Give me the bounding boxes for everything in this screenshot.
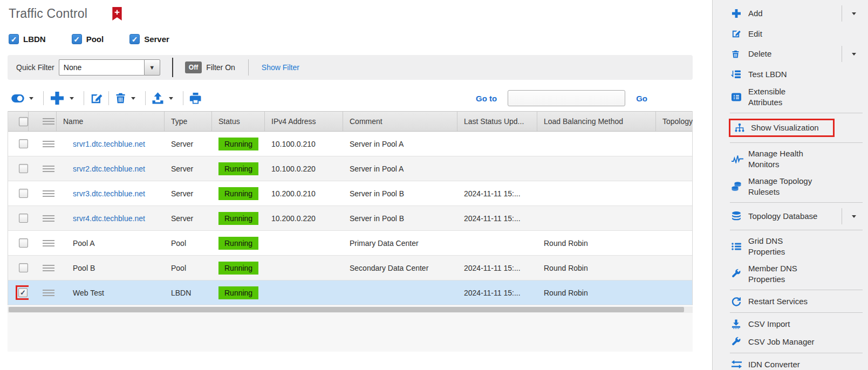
column-header-comment[interactable]: Comment [343,112,457,131]
trash-caret[interactable] [131,97,135,100]
column-header-name[interactable]: Name [57,112,165,131]
goto-group: Go to Go [476,90,693,106]
server-checkbox[interactable]: ✓ [129,34,140,44]
filter-toggle-off-badge[interactable]: Off [185,61,202,73]
drag-handle-icon[interactable] [43,190,57,197]
scrollbar-thumb[interactable] [9,307,684,312]
table-row[interactable]: Pool A Pool Running Primary Data Center … [8,231,692,256]
row-checkbox-cell [8,164,29,173]
toggle-view-caret[interactable] [29,97,33,100]
annotation-red-box: Show Visualization [729,119,835,137]
row-checkbox[interactable] [19,139,28,148]
drag-handle-icon[interactable] [43,265,57,271]
sidebar-item-idn-converter[interactable]: IDN Converter [713,355,868,370]
wrench-icon [731,269,745,279]
row-checkbox[interactable] [19,214,28,223]
row-checkbox-cell [8,238,29,248]
sidebar-item-test-lbdn[interactable]: Test LBDN [713,65,868,83]
column-header-status[interactable]: Status [212,112,265,131]
drag-handle-icon[interactable] [43,141,57,147]
pool-checkbox[interactable]: ✓ [72,34,82,44]
sidebar-item-show-visualization[interactable]: Show Visualization [713,115,868,140]
row-name[interactable]: Pool A [57,239,165,248]
quick-filter-select[interactable]: None ▼ [59,59,160,76]
page-title: Traffic Control [9,6,87,21]
row-name[interactable]: Pool B [57,264,165,272]
horizontal-scrollbar[interactable] [8,306,693,313]
select-all-checkbox[interactable] [19,117,28,126]
drag-handle-icon[interactable] [43,166,57,172]
database-icon [731,211,745,222]
sidebar-item-delete[interactable]: Delete [713,43,868,65]
column-header-ipv4[interactable]: IPv4 Address [265,112,343,131]
sidebar-item-extensible-attributes[interactable]: Extensible Attributes [713,83,868,111]
row-type: Server [165,214,212,223]
add-caret[interactable] [70,97,74,100]
type-filter-server[interactable]: ✓ Server [129,34,169,44]
sidebar-item-csv-job-manager[interactable]: CSV Job Manager [713,333,868,351]
topology-rulesets-icon [731,181,745,192]
topology-database-dropdown[interactable] [842,208,864,224]
type-filter-lbdn[interactable]: ✓ LBDN [9,34,46,44]
column-header-topology[interactable]: Topology [656,112,693,131]
sidebar-item-member-dns-properties[interactable]: Member DNS Properties [713,260,868,287]
drag-handle-icon[interactable] [43,240,57,246]
column-header-type[interactable]: Type [165,112,212,131]
drag-handle-icon[interactable] [43,215,57,222]
row-type: Server [165,140,212,148]
add-dropdown[interactable] [842,5,864,22]
table-row[interactable]: srvr3.dtc.techblue.net Server Running 10… [8,181,692,206]
lbdn-checkbox[interactable]: ✓ [9,34,19,44]
row-checkbox[interactable] [19,164,28,173]
go-button[interactable]: Go [636,94,647,103]
drag-column-header [29,112,57,131]
sidebar-item-label: Test LBDN [748,69,787,80]
edit-icon[interactable] [90,92,103,105]
export-caret[interactable] [169,97,173,100]
table-row-selected[interactable]: ✓ Web Test LBDN Running 2024-11-11 15:..… [8,280,692,305]
table-row[interactable]: srvr2.dtc.techblue.net Server Running 10… [8,156,692,181]
chevron-down-icon[interactable]: ▼ [144,59,160,76]
row-status-cell: Running [212,162,265,175]
row-checkbox[interactable] [19,238,28,248]
print-icon[interactable] [189,92,202,105]
row-checkbox-checked[interactable]: ✓ [18,288,28,297]
sidebar-item-edit[interactable]: Edit [713,25,868,43]
goto-input[interactable] [508,90,625,106]
row-checkbox-cell [8,263,29,272]
status-badge: Running [218,138,258,150]
sidebar-item-csv-import[interactable]: CSV Import [713,315,868,333]
row-checkbox[interactable] [19,189,28,198]
trash-icon[interactable] [114,92,127,105]
export-icon[interactable] [151,92,165,105]
column-header-load-balancing[interactable]: Load Balancing Method [537,112,656,131]
sidebar-item-manage-topology-rulesets[interactable]: Manage Topology Rulesets [713,173,868,200]
row-name-link[interactable]: srvr3.dtc.techblue.net [57,189,165,198]
row-name-link[interactable]: srvr4.dtc.techblue.net [57,214,165,223]
status-badge: Running [218,212,258,225]
table-row[interactable]: srvr1.dtc.techblue.net Server Running 10… [8,132,692,156]
column-header-last-status[interactable]: Last Status Upd... [457,112,537,131]
toggle-view-icon[interactable] [11,94,25,103]
row-name-link[interactable]: srvr1.dtc.techblue.net [57,140,165,148]
divider [183,91,183,105]
delete-dropdown[interactable] [842,46,864,62]
sidebar-item-manage-health-monitors[interactable]: Manage Health Monitors [713,145,868,173]
row-name-link[interactable]: srvr2.dtc.techblue.net [57,165,165,173]
table-row[interactable]: Pool B Pool Running Secondary Data Cente… [8,256,692,280]
sidebar-item-restart-services[interactable]: Restart Services [713,292,868,310]
sidebar-item-grid-dns-properties[interactable]: Grid DNS Properties [713,232,868,260]
table-row[interactable]: srvr4.dtc.techblue.net Server Running 10… [8,206,692,231]
bookmark-icon[interactable] [111,7,123,21]
row-name[interactable]: Web Test [57,289,165,297]
quick-filter-value[interactable]: None [59,59,144,76]
sidebar-item-add[interactable]: Add [713,2,868,25]
drag-handle-icon[interactable] [43,290,57,296]
show-filter-link[interactable]: Show Filter [262,63,299,72]
select-all-column-header[interactable] [8,112,29,131]
type-filter-pool[interactable]: ✓ Pool [72,34,104,44]
sidebar-item-topology-database[interactable]: Topology Database [713,205,868,228]
row-status-cell: Running [212,187,265,200]
row-checkbox[interactable] [19,263,28,272]
add-icon[interactable] [49,90,65,106]
